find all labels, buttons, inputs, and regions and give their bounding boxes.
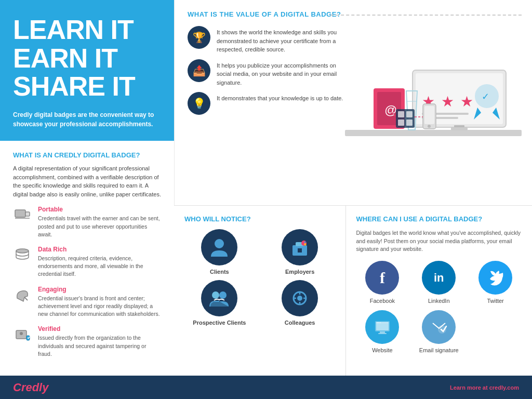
badge-illustration: ★ ★ ★ ✓ bbox=[345, 29, 522, 148]
svg-point-3 bbox=[16, 249, 29, 253]
engaging-desc: Credential issuer's brand is front and c… bbox=[38, 295, 161, 318]
bottom-right: WHO WILL NOTICE? Clients bbox=[174, 205, 532, 376]
engaging-text: Engaging Credential issuer's brand is fr… bbox=[38, 286, 161, 318]
website-icon bbox=[365, 310, 399, 344]
value-text-1: It shows the world the knowledge and ski… bbox=[217, 26, 349, 54]
email-label: Email signature bbox=[419, 347, 459, 353]
colleagues-label: Colleagues bbox=[285, 320, 315, 326]
hero-subtitle: Credly digital badges are the convenient… bbox=[13, 110, 161, 129]
svg-rect-49 bbox=[380, 331, 385, 333]
svg-rect-28 bbox=[406, 111, 413, 117]
verified-title: Verified bbox=[38, 325, 161, 332]
employers-label: Employers bbox=[285, 269, 314, 275]
who-panel: WHO WILL NOTICE? Clients bbox=[174, 206, 346, 376]
badge-section: WHAT IS AN CREDLY DIGITAL BADGE? A digit… bbox=[0, 141, 174, 376]
verified-text: Verified Issued directly from the organi… bbox=[38, 325, 161, 358]
svg-rect-0 bbox=[15, 210, 25, 217]
employers-icon: 🏅 bbox=[282, 229, 318, 265]
value-item-1: 🏆 It shows the world the knowledge and s… bbox=[188, 26, 349, 54]
who-colleagues: Colleagues bbox=[265, 280, 335, 326]
trophy-icon: 🏆 bbox=[188, 26, 210, 49]
svg-rect-16 bbox=[454, 125, 464, 127]
social-grid: f Facebook in LinkedIn bbox=[356, 261, 522, 353]
svg-text:@: @ bbox=[384, 103, 397, 117]
who-employers: 🏅 Employers bbox=[265, 229, 335, 275]
data-rich-desc: Description, required criteria, evidence… bbox=[38, 255, 161, 278]
twitter-icon bbox=[478, 261, 512, 295]
footer: Credly Learn more at credly.com bbox=[0, 376, 532, 399]
badge-description: A digital representation of your signifi… bbox=[13, 164, 161, 198]
social-facebook: f Facebook bbox=[356, 261, 409, 304]
data-rich-title: Data Rich bbox=[38, 246, 161, 253]
svg-rect-50 bbox=[378, 333, 387, 334]
social-twitter: Twitter bbox=[469, 261, 522, 304]
value-text-3: It demonstrates that your knowledge is u… bbox=[217, 92, 343, 103]
engaging-icon bbox=[13, 286, 32, 304]
linkedin-label: LinkedIn bbox=[428, 298, 450, 304]
svg-text:✓: ✓ bbox=[482, 91, 489, 102]
who-heading: WHO WILL NOTICE? bbox=[184, 215, 335, 223]
website-label: Website bbox=[372, 347, 393, 353]
svg-rect-15 bbox=[451, 127, 468, 130]
main-container: LEARN IT EARN IT SHARE IT Credly digital… bbox=[0, 0, 532, 399]
content-area: LEARN IT EARN IT SHARE IT Credly digital… bbox=[0, 0, 532, 376]
portable-desc: Credentials travel with the earner and c… bbox=[38, 215, 161, 238]
email-icon bbox=[422, 310, 456, 344]
footer-url: credly.com bbox=[489, 384, 519, 391]
svg-rect-29 bbox=[398, 119, 404, 126]
engaging-title: Engaging bbox=[38, 286, 161, 293]
value-section: WHAT IS THE VALUE OF A DIGITAL BADGE? 🏆 … bbox=[174, 0, 532, 205]
portable-text: Portable Credentials travel with the ear… bbox=[38, 206, 161, 238]
svg-text:★: ★ bbox=[460, 94, 473, 110]
social-email: Email signature bbox=[413, 310, 465, 353]
twitter-label: Twitter bbox=[487, 298, 503, 304]
feature-verified: Verified Issued directly from the organi… bbox=[13, 325, 161, 358]
svg-rect-36 bbox=[298, 248, 302, 252]
data-rich-text: Data Rich Description, required criteria… bbox=[38, 246, 161, 278]
svg-point-33 bbox=[215, 239, 224, 248]
feature-portable: Portable Credentials travel with the ear… bbox=[13, 206, 161, 238]
left-panel: LEARN IT EARN IT SHARE IT Credly digital… bbox=[0, 0, 174, 376]
badge-heading: WHAT IS AN CREDLY DIGITAL BADGE? bbox=[13, 151, 161, 159]
hero-title: LEARN IT EARN IT SHARE IT bbox=[13, 16, 161, 101]
svg-point-25 bbox=[428, 125, 431, 128]
value-text-2: It helps you publicize your accomplishme… bbox=[217, 59, 349, 87]
facebook-label: Facebook bbox=[370, 298, 395, 304]
svg-rect-24 bbox=[424, 106, 434, 124]
where-heading: WHERE CAN I USE A DIGITAL BADGE? bbox=[356, 215, 522, 223]
data-icon bbox=[13, 246, 32, 264]
facebook-icon: f bbox=[365, 261, 399, 295]
colleagues-icon bbox=[282, 280, 318, 316]
svg-point-53 bbox=[378, 322, 379, 323]
svg-rect-51 bbox=[376, 322, 389, 323]
share-icon: 📤 bbox=[188, 59, 210, 82]
where-panel: WHERE CAN I USE A DIGITAL BADGE? Digital… bbox=[346, 206, 532, 376]
svg-text:🏅: 🏅 bbox=[303, 241, 308, 246]
svg-rect-27 bbox=[398, 111, 404, 117]
svg-point-39 bbox=[212, 291, 219, 299]
footer-logo: Credly bbox=[13, 381, 48, 394]
clients-icon bbox=[201, 229, 237, 265]
feature-data-rich: Data Rich Description, required criteria… bbox=[13, 246, 161, 278]
who-clients: Clients bbox=[184, 229, 255, 275]
footer-link-text: Learn more at bbox=[450, 384, 489, 391]
verified-icon bbox=[13, 325, 32, 344]
value-item-2: 📤 It helps you publicize your accomplish… bbox=[188, 59, 349, 87]
svg-point-40 bbox=[219, 291, 227, 299]
value-item-3: 💡 It demonstrates that your knowledge is… bbox=[188, 92, 349, 115]
portable-title: Portable bbox=[38, 206, 161, 213]
who-prospective: Prospective Clients bbox=[184, 280, 255, 326]
portable-icon bbox=[13, 206, 32, 224]
svg-point-52 bbox=[377, 322, 378, 323]
feature-engaging: Engaging Credential issuer's brand is fr… bbox=[13, 286, 161, 318]
clients-label: Clients bbox=[210, 269, 229, 275]
where-description: Digital badges let the world know what y… bbox=[356, 229, 522, 254]
who-grid: Clients 🏅 bbox=[184, 229, 335, 326]
svg-rect-1 bbox=[25, 212, 30, 216]
linkedin-icon: in bbox=[422, 261, 456, 295]
prospective-label: Prospective Clients bbox=[193, 320, 246, 326]
dashed-line bbox=[330, 15, 522, 16]
svg-point-5 bbox=[20, 332, 23, 335]
right-area: WHAT IS THE VALUE OF A DIGITAL BADGE? 🏆 … bbox=[174, 0, 532, 376]
social-linkedin: in LinkedIn bbox=[413, 261, 465, 304]
